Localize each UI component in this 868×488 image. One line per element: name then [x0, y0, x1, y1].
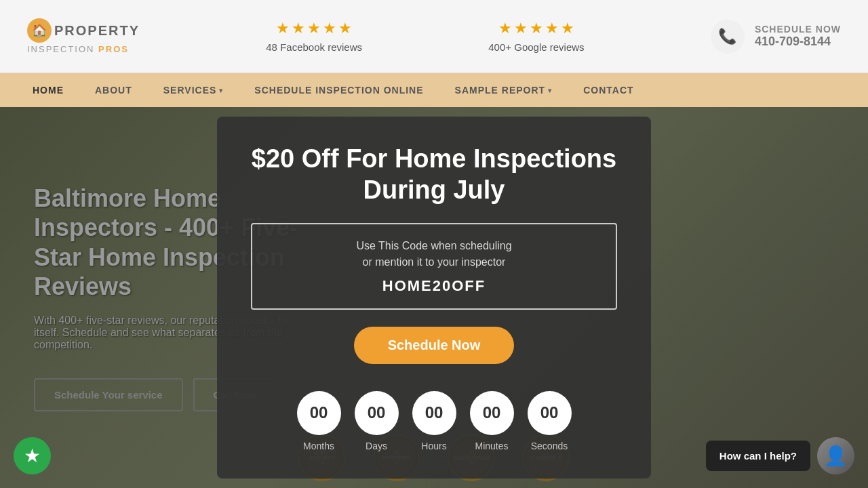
sample-report-chevron-icon: ▾: [548, 87, 552, 94]
phone-icon: 📞: [711, 20, 745, 54]
nav-home[interactable]: HOME: [27, 81, 69, 99]
modal-code-box: Use This Code when scheduling or mention…: [251, 223, 617, 310]
countdown-minutes: 00 Minutes: [470, 391, 514, 451]
hours-circle: 00: [412, 391, 456, 435]
chat-widget[interactable]: How can I help? 👤: [706, 437, 854, 474]
months-label: Months: [303, 441, 334, 451]
seconds-label: Seconds: [531, 441, 568, 451]
days-label: Days: [366, 441, 387, 451]
nav-services[interactable]: SERVICES ▾: [158, 81, 229, 99]
schedule-block: 📞 SCHEDULE NOW 410-709-8144: [711, 20, 841, 54]
hero-section: Baltimore Home Inspectors - 400+ Five-St…: [0, 107, 868, 488]
seconds-circle: 00: [528, 391, 572, 435]
site-header: 🏠 PROPERTY INSPECTION PROS ★ ★ ★ ★ ★ 48 …: [0, 0, 868, 73]
nav-schedule[interactable]: SCHEDULE INSPECTION ONLINE: [249, 81, 429, 99]
schedule-text: SCHEDULE NOW 410-709-8144: [755, 24, 841, 49]
services-chevron-icon: ▾: [219, 87, 223, 94]
promo-modal: $20 Off For Home Inspections During July…: [217, 117, 651, 478]
nav-contact[interactable]: CONTACT: [578, 81, 639, 99]
star-rating-widget[interactable]: ★: [14, 437, 51, 474]
nav-sample-report[interactable]: SAMPLE REPORT ▾: [450, 81, 558, 99]
star-icon: ★: [24, 445, 41, 467]
google-reviews: ★ ★ ★ ★ ★ 400+ Google reviews: [488, 20, 584, 53]
google-review-count: 400+ Google reviews: [488, 41, 584, 53]
hours-label: Hours: [421, 441, 446, 451]
facebook-review-count: 48 Facebook reviews: [266, 41, 362, 53]
modal-schedule-button[interactable]: Schedule Now: [354, 327, 515, 364]
promo-code: HOME20OFF: [273, 277, 595, 295]
logo-property: PROPERTY: [54, 23, 140, 39]
facebook-reviews: ★ ★ ★ ★ ★ 48 Facebook reviews: [266, 20, 362, 53]
modal-title: $20 Off For Home Inspections During July: [251, 144, 617, 205]
google-stars: ★ ★ ★ ★ ★: [498, 20, 574, 37]
modal-overlay[interactable]: $20 Off For Home Inspections During July…: [0, 107, 868, 488]
minutes-circle: 00: [470, 391, 514, 435]
countdown-timer: 00 Months 00 Days 00 Hours 00 Minutes 00: [251, 391, 617, 451]
modal-instruction: Use This Code when scheduling or mention…: [273, 238, 595, 270]
countdown-hours: 00 Hours: [412, 391, 456, 451]
logo[interactable]: 🏠 PROPERTY INSPECTION PROS: [27, 18, 140, 54]
phone-number[interactable]: 410-709-8144: [755, 35, 841, 49]
logo-pros: PROS: [98, 44, 129, 54]
countdown-seconds: 00 Seconds: [528, 391, 572, 451]
nav-about[interactable]: ABOUT: [90, 81, 138, 99]
schedule-now-label: SCHEDULE NOW: [755, 24, 841, 35]
navigation: HOME ABOUT SERVICES ▾ SCHEDULE INSPECTIO…: [0, 73, 868, 107]
minutes-label: Minutes: [475, 441, 508, 451]
chat-avatar[interactable]: 👤: [817, 437, 854, 474]
countdown-days: 00 Days: [355, 391, 399, 451]
chat-bubble[interactable]: How can I help?: [706, 441, 810, 471]
facebook-stars: ★ ★ ★ ★ ★: [276, 20, 352, 37]
days-circle: 00: [355, 391, 399, 435]
logo-inspection: INSPECTION: [27, 44, 94, 54]
countdown-months: 00 Months: [297, 391, 341, 451]
months-circle: 00: [297, 391, 341, 435]
